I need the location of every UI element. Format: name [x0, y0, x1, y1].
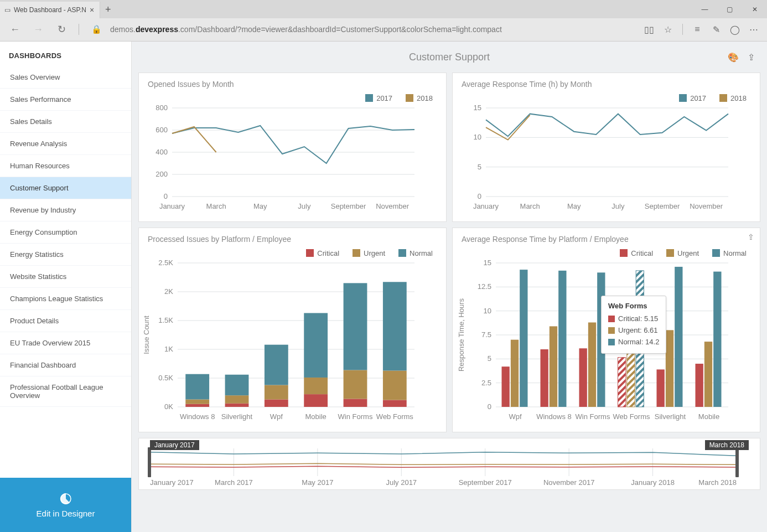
svg-text:Win Forms: Win Forms	[338, 412, 373, 421]
legend: Critical Urgent Normal	[139, 246, 446, 257]
close-window-button[interactable]: ✕	[742, 0, 767, 18]
page-header: Customer Support 🎨 ⇪	[132, 42, 767, 73]
range-selector[interactable]: January 2017 March 2018 January 2017Marc…	[138, 438, 760, 490]
legend-item[interactable]: Critical	[620, 249, 653, 257]
lock-icon[interactable]: 🔒	[87, 20, 106, 39]
sidebar-item[interactable]: Professional Football League Overview	[0, 376, 131, 407]
sidebar-item[interactable]: Human Resources	[0, 155, 131, 177]
legend-item[interactable]: 2017	[365, 94, 392, 102]
sidebar-item[interactable]: Sales Overview	[0, 66, 131, 89]
url-prefix: demos.	[110, 25, 136, 34]
svg-text:January: January	[159, 202, 185, 210]
sidebar-item[interactable]: Sales Details	[0, 111, 131, 133]
new-tab-button[interactable]: +	[100, 2, 116, 18]
svg-rect-109	[704, 342, 712, 407]
sidebar-item[interactable]: Customer Support	[0, 177, 131, 199]
svg-text:Mobile: Mobile	[698, 412, 719, 421]
svg-text:5: 5	[478, 163, 481, 171]
browser-tab[interactable]: ▭ Web Dashboard - ASP.N ×	[0, 2, 100, 18]
sidebar-item[interactable]: Revenue by Industry	[0, 199, 131, 221]
tooltip-row: Critical: 5.15	[608, 313, 659, 325]
more-icon[interactable]: ⋯	[746, 22, 761, 37]
svg-rect-90	[520, 270, 527, 407]
legend-item[interactable]: Urgent	[353, 249, 385, 257]
svg-text:January 2018: January 2018	[631, 478, 675, 487]
svg-text:March 2017: March 2017	[215, 478, 253, 487]
legend-item[interactable]: Urgent	[666, 249, 699, 257]
tooltip: Web Forms Critical: 5.15Urgent: 6.61Norm…	[601, 296, 666, 354]
svg-rect-43	[185, 404, 209, 407]
tooltip-title: Web Forms	[608, 302, 659, 310]
svg-text:Response Time, Hours: Response Time, Hours	[457, 298, 465, 371]
sidebar-item[interactable]: Financial Dashboard	[0, 354, 131, 376]
url-field[interactable]: demos.devexpress.com/Dashboard/?mode=vie…	[110, 25, 637, 34]
svg-rect-52	[265, 385, 288, 399]
minimize-button[interactable]: —	[692, 0, 717, 18]
export-icon[interactable]: ⇪	[748, 52, 755, 63]
svg-text:1K: 1K	[164, 345, 173, 353]
sidebar-item[interactable]: EU Trade Overview 2015	[0, 332, 131, 354]
svg-rect-61	[344, 283, 367, 370]
legend-item[interactable]: Critical	[306, 249, 339, 257]
svg-rect-104	[657, 369, 665, 407]
svg-rect-64	[383, 370, 407, 400]
sidebar-item[interactable]: Product Details	[0, 310, 131, 332]
edit-in-designer-button[interactable]: Edit in Designer	[0, 478, 131, 532]
svg-text:July: July	[611, 202, 625, 210]
legend-item[interactable]: 2018	[719, 94, 747, 102]
tab-title: Web Dashboard - ASP.N	[14, 6, 86, 14]
svg-rect-48	[225, 395, 249, 404]
svg-rect-65	[383, 282, 407, 370]
svg-text:Issue Count: Issue Count	[142, 316, 151, 354]
svg-text:Silverlight: Silverlight	[655, 412, 686, 421]
maximize-button[interactable]: ▢	[717, 0, 742, 18]
svg-text:0: 0	[478, 192, 481, 200]
sidebar-item[interactable]: Revenue Analysis	[0, 133, 131, 155]
sidebar-item[interactable]: Sales Performance	[0, 89, 131, 111]
legend-item[interactable]: Normal	[712, 249, 747, 257]
range-start-badge: January 2017	[150, 440, 199, 450]
favorite-icon[interactable]: ☆	[660, 22, 676, 37]
sidebar-item[interactable]: Website Statistics	[0, 266, 131, 288]
svg-rect-89	[511, 340, 519, 407]
svg-rect-56	[304, 378, 328, 394]
card-opened-issues: Opened Issues by Month 2017 2018 0200400…	[138, 73, 447, 222]
palette-icon[interactable]: 🎨	[728, 52, 739, 63]
forward-button[interactable]: →	[29, 20, 48, 39]
svg-rect-53	[265, 345, 288, 385]
svg-text:Silverlight: Silverlight	[221, 412, 253, 421]
legend-item[interactable]: 2018	[406, 94, 433, 102]
svg-text:July: July	[298, 202, 311, 210]
svg-text:November: November	[690, 202, 723, 210]
svg-rect-88	[502, 366, 510, 407]
hub-icon[interactable]: ≡	[690, 22, 705, 37]
reading-list-icon[interactable]: ▯▯	[641, 22, 657, 37]
share-icon[interactable]: ◯	[727, 22, 743, 37]
legend-item[interactable]: 2017	[679, 94, 706, 102]
sidebar-item[interactable]: Energy Consumption	[0, 221, 131, 244]
legend-item[interactable]: Normal	[398, 249, 433, 257]
sidebar-item[interactable]: Champions League Statistics	[0, 288, 131, 310]
svg-text:Wpf: Wpf	[509, 412, 522, 421]
grouped-bar-chart[interactable]: 02.557.51012.515WpfWindows 8Win FormsWeb…	[453, 257, 734, 423]
range-chart[interactable]: January 2017March 2017May 2017July 2017S…	[139, 438, 748, 487]
close-tab-icon[interactable]: ×	[90, 6, 94, 14]
sidebar-item[interactable]: Energy Statistics	[0, 244, 131, 266]
svg-text:Windows 8: Windows 8	[536, 412, 572, 421]
line-chart[interactable]: 0200400600800JanuaryMarchMayJulySeptembe…	[139, 102, 420, 213]
svg-text:March: March	[206, 202, 226, 210]
svg-text:March 2018: March 2018	[698, 478, 737, 487]
stacked-bar-chart[interactable]: 0K0.5K1K1.5K2K2.5KWindows 8SilverlightWp…	[139, 257, 420, 423]
back-button[interactable]: ←	[6, 20, 24, 39]
svg-text:0: 0	[164, 192, 168, 200]
svg-rect-110	[713, 272, 721, 407]
svg-text:January: January	[473, 202, 499, 210]
export-card-icon[interactable]: ⇪	[748, 233, 754, 241]
line-chart[interactable]: 051015JanuaryMarchMayJulySeptemberNovemb…	[453, 102, 734, 213]
notes-icon[interactable]: ✎	[708, 22, 724, 37]
svg-rect-92	[541, 349, 548, 407]
svg-rect-47	[225, 404, 249, 407]
legend: 2017 2018	[139, 91, 446, 102]
refresh-button[interactable]: ↻	[52, 20, 71, 39]
page-icon: ▭	[4, 6, 11, 14]
